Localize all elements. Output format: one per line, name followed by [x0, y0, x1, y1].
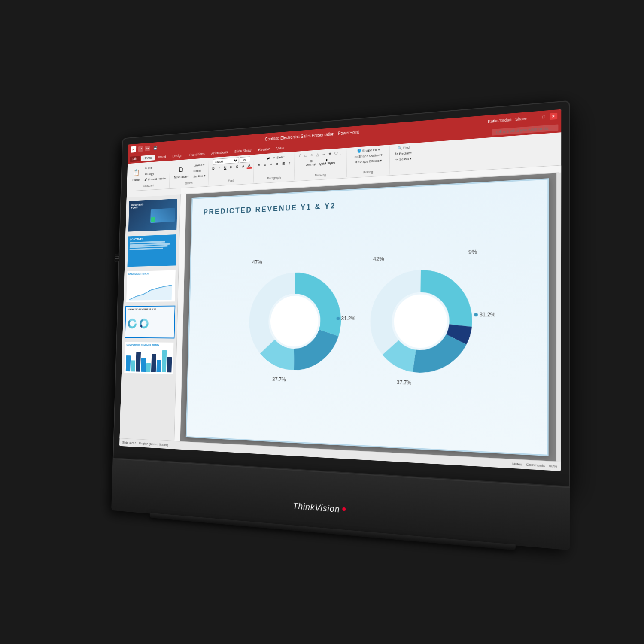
direction-button[interactable]: ↕	[287, 160, 292, 166]
align-right-button[interactable]: ≡	[268, 161, 274, 167]
slide3-title: EMERGING TRENDS	[128, 272, 174, 275]
share-button[interactable]: Share	[515, 116, 527, 122]
slide1-image	[150, 208, 175, 223]
maximize-button[interactable]: □	[540, 114, 548, 121]
label-47: 47%	[252, 259, 262, 265]
bold-button[interactable]: B	[211, 165, 216, 171]
title-bar-left: P ↩ ↪ 💾	[131, 145, 157, 153]
bar2	[131, 360, 135, 371]
slide-thumb-5[interactable]: COMPETITOR REVENUE GRAPH	[124, 341, 175, 375]
tab-home[interactable]: Home	[141, 155, 155, 161]
status-right: Notes Comments 68%	[512, 462, 557, 468]
shape-rect[interactable]: ▭	[303, 152, 308, 158]
italic-button[interactable]: I	[217, 165, 222, 171]
notes-button[interactable]: Notes	[512, 462, 522, 466]
slide-thumb-2[interactable]: CONTENTS	[127, 234, 177, 267]
tab-file[interactable]: File	[130, 156, 140, 162]
justify-button[interactable]: ≡	[274, 161, 280, 167]
shape-effects-button[interactable]: ✦ Shape Effects ▾	[354, 158, 383, 164]
format-painter-label: Format Painter	[148, 176, 167, 181]
columns-button[interactable]: ⊞	[281, 161, 286, 167]
label-42: 42%	[373, 255, 384, 262]
shape-line[interactable]: /	[297, 153, 303, 159]
text-direction-button[interactable]: ⇄	[265, 155, 271, 161]
zoom-level: 68%	[549, 464, 557, 468]
replace-icon: ↻	[395, 152, 398, 156]
font-size-input[interactable]	[240, 156, 250, 163]
comments-button[interactable]: Comments	[526, 462, 545, 468]
find-content: 🔍 Find ↻ Replace ⊹ Sele	[394, 145, 413, 173]
layout-chevron: ▾	[203, 163, 205, 167]
paragraph-row2: ≡ ≡ ≡ ≡ ⊞ ↕	[256, 160, 292, 168]
minimize-button[interactable]: ─	[530, 114, 538, 121]
tab-slideshow[interactable]: Slide Show	[231, 147, 255, 155]
slide-thumb-1[interactable]: BUSINESSPLAN	[128, 198, 178, 232]
text-shadow-button[interactable]: S	[234, 164, 240, 170]
new-slide-button[interactable]: 🗋 New Slide ▾	[172, 162, 191, 181]
left-ports	[115, 254, 120, 261]
powerpoint-app: P ↩ ↪ 💾 Contoso Electronics Sales Presen…	[119, 109, 561, 471]
clipboard-group: 📋 Paste ✂ Cut	[128, 161, 170, 190]
copy-icon: ⧉	[145, 172, 147, 176]
strikethrough-button[interactable]: S	[228, 164, 234, 170]
monitor-bezel: P ↩ ↪ 💾 Contoso Electronics Sales Presen…	[113, 100, 570, 487]
slide-thumb-3[interactable]: EMERGING TRENDS	[125, 270, 176, 303]
slide-viewport[interactable]: PREDICTED REVENUE Y1 & Y2 47%	[180, 173, 556, 461]
undo-button[interactable]: ↩	[138, 146, 143, 152]
shape-circle[interactable]: ○	[309, 152, 314, 158]
slide-thumb-container-5: 5 COMPETITOR REVENUE GRAPH	[124, 341, 175, 375]
underline-button[interactable]: U	[222, 164, 228, 170]
slide-number-1: 1	[123, 215, 125, 219]
chart1-wrapper: 47%	[242, 265, 348, 377]
copy-label: Copy	[147, 172, 154, 176]
slide2-item4	[130, 247, 163, 250]
slide-thumb-4[interactable]: PREDICTED REVENUE Y1 & Y2	[125, 306, 175, 339]
shape-star[interactable]: ★	[327, 151, 333, 157]
slide2-title: CONTENTS	[130, 237, 174, 241]
shape-arrow[interactable]: →	[321, 151, 326, 158]
language: English (United States)	[139, 441, 168, 447]
layout-button[interactable]: Layout ▾	[192, 162, 207, 168]
layout-label: Layout	[194, 163, 202, 167]
align-text-button[interactable]: ≡	[271, 155, 277, 161]
paste-button[interactable]: 📋 Paste	[130, 166, 143, 184]
smartart-button[interactable]: SmArt	[278, 154, 283, 160]
shape-more[interactable]: …	[339, 150, 345, 156]
usb-port-1	[115, 254, 119, 257]
close-button[interactable]: ✕	[550, 113, 557, 120]
slide4-charts	[127, 311, 173, 336]
cut-label: Cut	[148, 166, 152, 170]
new-slide-label: New Slide ▾	[174, 175, 188, 179]
slide2-content: CONTENTS	[127, 234, 176, 267]
section-button[interactable]: Section ▾	[192, 173, 207, 179]
tab-transitions[interactable]: Transitions	[186, 151, 208, 158]
scrollbar-vertical[interactable]	[556, 173, 561, 462]
align-left-button[interactable]: ≡	[256, 162, 261, 168]
arrange-label: Arrange	[306, 163, 316, 166]
replace-button[interactable]: ↻ Replace	[394, 150, 413, 156]
main-slide: PREDICTED REVENUE Y1 & Y2 47%	[186, 178, 549, 456]
font-color-button[interactable]: A	[246, 163, 252, 169]
reset-button[interactable]: Reset	[192, 167, 207, 173]
arrange-button[interactable]: ⊞ Arrange	[305, 158, 317, 167]
tab-animations[interactable]: Animations	[208, 149, 231, 156]
redo-button[interactable]: ↪	[145, 146, 150, 152]
clipboard-label: Clipboard	[143, 184, 154, 189]
format-painter-button[interactable]: 🖌 Format Painter	[143, 176, 168, 182]
find-button[interactable]: 🔍 Find	[397, 145, 410, 151]
shape-pentagon[interactable]: ⬠	[333, 150, 339, 157]
dot-31-right	[474, 313, 478, 317]
shape-triangle[interactable]: △	[315, 152, 320, 158]
tab-design[interactable]: Design	[170, 152, 185, 159]
paragraph-group: ⇄ ≡ SmArt ≡ ≡ ≡ ≡ ⊞	[254, 152, 295, 182]
donut-svg-1	[246, 270, 343, 374]
select-button[interactable]: ⊹ Select ▾	[395, 156, 413, 162]
tab-view[interactable]: View	[273, 145, 287, 152]
quick-styles-button[interactable]: ◧ Quick Styles	[319, 157, 336, 166]
char-spacing-button[interactable]: A	[240, 163, 246, 169]
align-center-button[interactable]: ≡	[262, 162, 268, 168]
tab-insert[interactable]: Insert	[155, 154, 169, 160]
slide4-donut2	[139, 318, 149, 330]
slide-count: Slide 4 of 5	[122, 440, 137, 445]
tab-review[interactable]: Review	[255, 146, 273, 153]
